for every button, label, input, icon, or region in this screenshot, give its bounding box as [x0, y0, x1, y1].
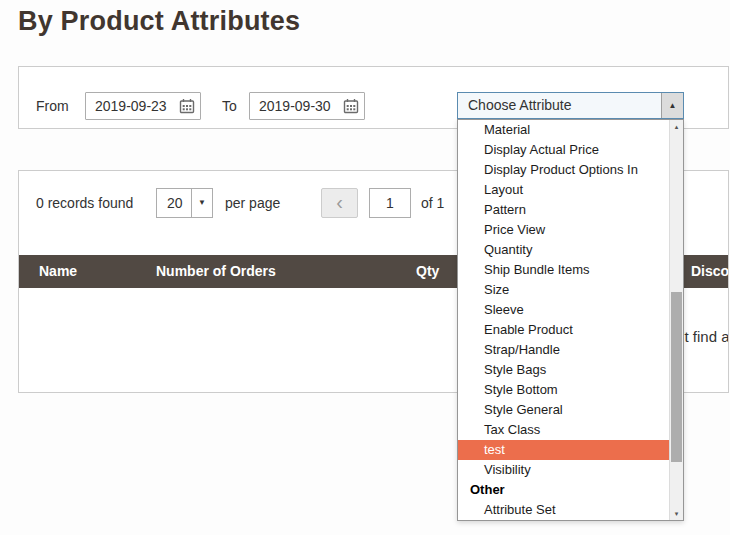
- from-date-field: [85, 92, 201, 120]
- dropdown-option[interactable]: Sleeve: [458, 300, 670, 320]
- column-header-number-of-orders[interactable]: Number of Orders: [136, 255, 396, 288]
- dropdown-option[interactable]: Attribute Set: [458, 500, 670, 520]
- dropdown-option[interactable]: Quantity: [458, 240, 670, 260]
- calendar-icon[interactable]: [343, 98, 359, 114]
- chevron-left-icon: ‹: [336, 191, 343, 213]
- to-label: To: [222, 98, 237, 114]
- dropdown-option[interactable]: Price View: [458, 220, 670, 240]
- chevron-down-icon: ▼: [191, 189, 212, 217]
- dropdown-option[interactable]: Display Product Options In: [458, 160, 670, 180]
- scrollbar[interactable]: ▴ ▾: [669, 120, 683, 520]
- calendar-icon[interactable]: [179, 98, 195, 114]
- dropdown-option[interactable]: Style Bottom: [458, 380, 670, 400]
- dropdown-option[interactable]: Style Bags: [458, 360, 670, 380]
- page-count-label: of 1: [421, 195, 444, 211]
- dropdown-option[interactable]: Size: [458, 280, 670, 300]
- dropdown-option[interactable]: Strap/Handle: [458, 340, 670, 360]
- column-header-name[interactable]: Name: [19, 255, 136, 288]
- dropdown-option[interactable]: Enable Product: [458, 320, 670, 340]
- records-count: 0 records found: [36, 195, 133, 211]
- dropdown-option[interactable]: Visibility: [458, 460, 670, 480]
- dropdown-option[interactable]: Display Actual Price: [458, 140, 670, 160]
- dropdown-option[interactable]: Ship Bundle Items: [458, 260, 670, 280]
- scrollbar-thumb[interactable]: [671, 292, 682, 462]
- dropdown-group-label: Other: [458, 480, 670, 500]
- dropdown-option[interactable]: Pattern: [458, 200, 670, 220]
- attribute-dropdown: MaterialDisplay Actual PriceDisplay Prod…: [457, 119, 684, 521]
- page-number-input[interactable]: [369, 188, 411, 218]
- attribute-select-value: Choose Attribute: [458, 93, 683, 118]
- scroll-up-icon[interactable]: ▴: [670, 120, 683, 133]
- dropdown-option[interactable]: Layout: [458, 180, 670, 200]
- dropdown-option[interactable]: Tax Class: [458, 420, 670, 440]
- previous-page-button[interactable]: ‹: [321, 188, 358, 218]
- page-title: By Product Attributes: [18, 6, 300, 37]
- from-label: From: [36, 98, 69, 114]
- chevron-up-icon[interactable]: ▲: [661, 93, 683, 118]
- dropdown-option[interactable]: Material: [458, 120, 670, 140]
- dropdown-option[interactable]: test: [458, 440, 670, 460]
- scroll-down-icon[interactable]: ▾: [670, 507, 683, 520]
- attribute-dropdown-list: MaterialDisplay Actual PriceDisplay Prod…: [458, 120, 670, 520]
- attribute-select[interactable]: Choose Attribute ▲: [457, 92, 684, 119]
- page-size-select[interactable]: 20 ▼: [156, 188, 213, 218]
- per-page-label: per page: [225, 195, 280, 211]
- dropdown-option[interactable]: Style General: [458, 400, 670, 420]
- to-date-field: [249, 92, 365, 120]
